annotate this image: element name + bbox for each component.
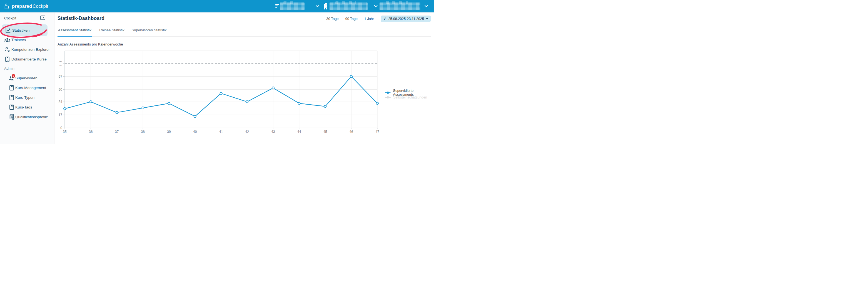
- logo-primary: prepared: [12, 4, 32, 9]
- svg-text:38: 38: [141, 130, 145, 134]
- profile-plus-icon: [8, 114, 15, 120]
- sidebar-item-supervisoren[interactable]: 2 Supervisoren: [0, 73, 55, 83]
- sidebar-admin-section-title: Admin: [4, 66, 14, 70]
- range-button-90-tage[interactable]: 90 Tage: [345, 17, 358, 21]
- svg-text:17: 17: [59, 113, 63, 117]
- svg-text:46: 46: [349, 130, 353, 134]
- legend-label: Selbsteinschätzungen: [393, 96, 427, 99]
- svg-text:47: 47: [375, 130, 379, 134]
- svg-text:34: 34: [59, 100, 63, 104]
- page-title: Statistik-Dashboard: [58, 15, 104, 21]
- book-bookmark-icon: [8, 85, 15, 91]
- svg-text:0: 0: [60, 126, 62, 130]
- svg-text:39: 39: [167, 130, 171, 134]
- people-group-icon: [4, 37, 10, 42]
- svg-text:45: 45: [323, 130, 327, 134]
- brand-logo-text: preparedCockpit: [12, 4, 48, 9]
- sidebar-item-label: Statistiken: [12, 28, 29, 32]
- range-button-1-jahr[interactable]: 1 Jahr: [364, 17, 374, 21]
- sidebar-item-label: Qualifikationsprofile: [15, 115, 48, 119]
- sidebar-item-kurs-management[interactable]: Kurs-Management: [0, 83, 55, 93]
- sidebar: Cockpit Statistiken: [0, 12, 55, 144]
- sidebar-item-label: Supervisoren: [15, 76, 37, 80]
- sort-filter-icon[interactable]: [275, 4, 280, 8]
- sidebar-item-dokumentierte-kurse[interactable]: Dokumentierte Kurse: [0, 55, 55, 64]
- date-range-value: 25.08.2025-23.11.2025: [389, 17, 424, 21]
- chart-title: Anzahl Assessments pro Kalenderwoche: [58, 42, 123, 46]
- redacted-user-name[interactable]: [379, 2, 421, 10]
- svg-text:41: 41: [219, 130, 223, 134]
- sidebar-section-title: Cockpit: [4, 16, 16, 20]
- legend-item-selbsteinschaetzungen[interactable]: Selbsteinschätzungen: [385, 96, 427, 99]
- people-icon: 2: [8, 76, 15, 80]
- top-header: preparedCockpit: [0, 0, 434, 12]
- svg-text:36: 36: [89, 130, 93, 134]
- sidebar-item-label: Trainees: [11, 38, 26, 42]
- main-content: Statistik-Dashboard 30 Tage 90 Tage 1 Ja…: [55, 12, 434, 144]
- tab-trainee-statistik[interactable]: Trainee Statistik: [98, 26, 125, 37]
- chevron-down-icon[interactable]: [425, 5, 428, 7]
- building-icon: [323, 3, 328, 10]
- redacted-organization-name[interactable]: [330, 2, 368, 10]
- svg-text:44: 44: [297, 130, 301, 134]
- redacted-workspace-name[interactable]: [280, 2, 305, 10]
- svg-text:37: 37: [115, 130, 119, 134]
- sidebar-item-kompetenzen-explorer[interactable]: Kompetenzen-Explorer: [0, 45, 55, 54]
- svg-text:67: 67: [59, 75, 63, 78]
- logo-secondary: Cockpit: [32, 4, 48, 9]
- assessments-line-chart: 01734506735363738394041424344454647~~: [55, 47, 382, 135]
- tab-assessment-statistik[interactable]: Assessment Statistik: [58, 26, 92, 37]
- person-list-icon: [4, 47, 10, 52]
- legend-line-marker: [385, 93, 391, 93]
- line-chart-icon: [5, 27, 11, 33]
- thumbs-up-logo-icon: [3, 3, 10, 10]
- sidebar-item-trainees[interactable]: Trainees: [0, 35, 55, 44]
- range-button-30-tage[interactable]: 30 Tage: [326, 17, 338, 21]
- collapse-sidebar-icon[interactable]: [40, 15, 45, 20]
- date-range-controls: 30 Tage 90 Tage 1 Jahr ✓ 25.08.2025-23.1…: [319, 15, 431, 22]
- chevron-down-icon[interactable]: [374, 5, 378, 7]
- book-bookmark-icon: [8, 95, 15, 101]
- supervisoren-count-badge: 2: [12, 74, 15, 78]
- svg-text:42: 42: [245, 130, 249, 134]
- sidebar-item-label: Kompetenzen-Explorer: [11, 47, 50, 51]
- sidebar-item-label: Kurs-Typen: [15, 96, 34, 100]
- sidebar-item-statistiken[interactable]: Statistiken: [2, 25, 48, 36]
- sidebar-item-label: Kurs-Tags: [15, 105, 32, 109]
- svg-text:35: 35: [63, 130, 67, 134]
- svg-text:43: 43: [271, 130, 275, 134]
- sidebar-item-kurs-tags[interactable]: Kurs-Tags: [0, 102, 55, 112]
- tab-bar: Assessment Statistik Trainee Statistik S…: [58, 26, 431, 37]
- sidebar-item-qualifikationsprofile[interactable]: Qualifikationsprofile: [0, 112, 55, 121]
- sidebar-item-kurs-typen[interactable]: Kurs-Typen: [0, 93, 55, 102]
- book-check-icon: [4, 56, 10, 62]
- brand-logo: preparedCockpit: [3, 0, 48, 12]
- custom-date-range-selector[interactable]: ✓ 25.08.2025-23.11.2025: [381, 15, 431, 22]
- tab-supervisoren-statistik[interactable]: Supervisoren Statistik: [131, 26, 167, 37]
- sidebar-item-label: Kurs-Management: [15, 86, 46, 90]
- svg-text:40: 40: [193, 130, 197, 134]
- svg-text:~: ~: [59, 64, 62, 68]
- check-icon: ✓: [383, 16, 386, 21]
- svg-text:~: ~: [59, 59, 62, 64]
- caret-down-icon: [426, 18, 428, 20]
- svg-text:50: 50: [59, 88, 63, 92]
- book-bookmark-icon: [8, 104, 15, 110]
- legend-line-marker: [385, 97, 391, 98]
- chevron-down-icon[interactable]: [316, 5, 319, 7]
- sidebar-item-label: Dokumentierte Kurse: [11, 57, 47, 61]
